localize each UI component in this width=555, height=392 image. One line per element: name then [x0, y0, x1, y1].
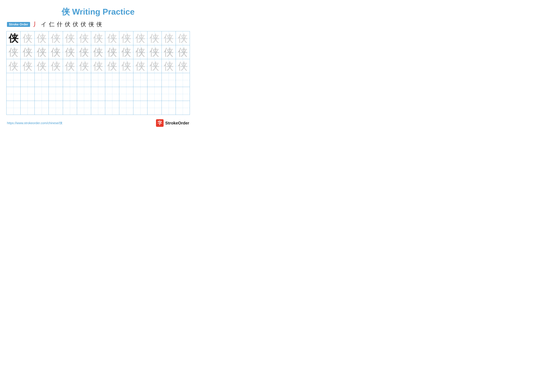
character-display: 侠	[164, 47, 174, 57]
character-display: 侠	[79, 47, 89, 57]
grid-cell[interactable]	[7, 87, 21, 101]
character-display: 侠	[121, 33, 131, 44]
grid-cell[interactable]	[63, 87, 77, 101]
grid-cell[interactable]	[119, 73, 133, 87]
grid-cell[interactable]	[21, 101, 35, 115]
grid-cell[interactable]: 侠	[133, 45, 147, 59]
grid-cell[interactable]	[147, 73, 161, 87]
grid-cell[interactable]: 侠	[21, 59, 35, 73]
character-display: 侠	[65, 61, 75, 71]
footer-url[interactable]: https://www.strokeorder.com/chinese/侠	[7, 121, 63, 125]
grid-cell[interactable]	[63, 101, 77, 115]
grid-cell[interactable]: 侠	[147, 59, 161, 73]
grid-cell[interactable]	[133, 87, 147, 101]
practice-row-4	[7, 73, 190, 87]
grid-cell[interactable]	[63, 73, 77, 87]
character-display: 侠	[8, 61, 18, 71]
grid-cell[interactable]: 侠	[35, 59, 49, 73]
grid-cell[interactable]	[133, 101, 147, 115]
grid-cell[interactable]: 侠	[77, 59, 91, 73]
character-display: 侠	[23, 47, 32, 57]
grid-cell[interactable]: 侠	[49, 59, 63, 73]
grid-cell[interactable]	[49, 73, 63, 87]
grid-cell[interactable]	[77, 87, 91, 101]
grid-cell[interactable]: 侠	[175, 31, 190, 45]
grid-cell[interactable]: 侠	[175, 59, 190, 73]
grid-cell[interactable]: 侠	[49, 45, 63, 59]
footer: https://www.strokeorder.com/chinese/侠 字 …	[6, 119, 190, 127]
grid-cell[interactable]: 侠	[105, 45, 119, 59]
grid-cell[interactable]: 侠	[161, 59, 175, 73]
grid-cell[interactable]	[35, 73, 49, 87]
grid-cell[interactable]: 侠	[49, 31, 63, 45]
grid-cell[interactable]: 侠	[35, 45, 49, 59]
grid-cell[interactable]: 侠	[147, 31, 161, 45]
grid-cell[interactable]: 侠	[21, 45, 35, 59]
character-display: 侠	[79, 33, 89, 44]
brand-icon: 字	[156, 119, 164, 127]
grid-cell[interactable]	[7, 101, 21, 115]
grid-cell[interactable]: 侠	[77, 31, 91, 45]
grid-cell[interactable]	[175, 73, 190, 87]
character-display: 侠	[51, 47, 61, 57]
stroke-order-badge: Stroke Order	[7, 22, 30, 27]
grid-cell[interactable]: 侠	[91, 59, 105, 73]
grid-cell[interactable]: 侠	[133, 59, 147, 73]
grid-cell[interactable]: 侠	[91, 45, 105, 59]
grid-cell[interactable]	[49, 101, 63, 115]
grid-cell[interactable]	[77, 101, 91, 115]
grid-cell[interactable]	[35, 101, 49, 115]
grid-cell[interactable]: 侠	[7, 31, 21, 45]
character-display: 侠	[135, 61, 145, 71]
grid-cell[interactable]: 侠	[63, 45, 77, 59]
grid-cell[interactable]	[105, 101, 119, 115]
grid-cell[interactable]: 侠	[63, 59, 77, 73]
grid-cell[interactable]	[77, 73, 91, 87]
stroke-1: 丿	[33, 21, 39, 28]
grid-cell[interactable]: 侠	[21, 31, 35, 45]
grid-cell[interactable]	[91, 73, 105, 87]
grid-cell[interactable]: 侠	[35, 31, 49, 45]
grid-cell[interactable]: 侠	[7, 59, 21, 73]
grid-cell[interactable]	[21, 87, 35, 101]
grid-cell[interactable]	[175, 101, 190, 115]
grid-cell[interactable]: 侠	[119, 59, 133, 73]
character-display: 侠	[65, 47, 75, 57]
grid-cell[interactable]	[119, 101, 133, 115]
grid-cell[interactable]: 侠	[119, 45, 133, 59]
grid-cell[interactable]	[35, 87, 49, 101]
character-display: 侠	[51, 33, 61, 44]
character-display: 侠	[178, 47, 188, 57]
grid-cell[interactable]: 侠	[133, 31, 147, 45]
grid-cell[interactable]	[133, 73, 147, 87]
grid-cell[interactable]	[161, 73, 175, 87]
grid-cell[interactable]: 侠	[77, 45, 91, 59]
grid-cell[interactable]	[91, 101, 105, 115]
character-display: 侠	[135, 47, 145, 57]
grid-cell[interactable]	[147, 101, 161, 115]
grid-cell[interactable]	[147, 87, 161, 101]
character-display: 侠	[135, 33, 145, 44]
grid-cell[interactable]: 侠	[161, 45, 175, 59]
grid-cell[interactable]: 侠	[105, 31, 119, 45]
grid-cell[interactable]: 侠	[105, 59, 119, 73]
grid-cell[interactable]	[91, 87, 105, 101]
grid-cell[interactable]	[49, 87, 63, 101]
grid-cell[interactable]	[175, 87, 190, 101]
grid-cell[interactable]: 侠	[63, 31, 77, 45]
grid-cell[interactable]	[119, 87, 133, 101]
page-title: 侠 Writing Practice	[6, 6, 190, 17]
grid-cell[interactable]	[105, 87, 119, 101]
grid-cell[interactable]: 侠	[161, 31, 175, 45]
grid-cell[interactable]: 侠	[175, 45, 190, 59]
grid-cell[interactable]: 侠	[7, 45, 21, 59]
stroke-5: 伏	[65, 21, 70, 28]
grid-cell[interactable]	[105, 73, 119, 87]
grid-cell[interactable]: 侠	[147, 45, 161, 59]
grid-cell[interactable]	[7, 73, 21, 87]
grid-cell[interactable]	[21, 73, 35, 87]
grid-cell[interactable]	[161, 87, 175, 101]
grid-cell[interactable]: 侠	[119, 31, 133, 45]
grid-cell[interactable]	[161, 101, 175, 115]
grid-cell[interactable]: 侠	[91, 31, 105, 45]
